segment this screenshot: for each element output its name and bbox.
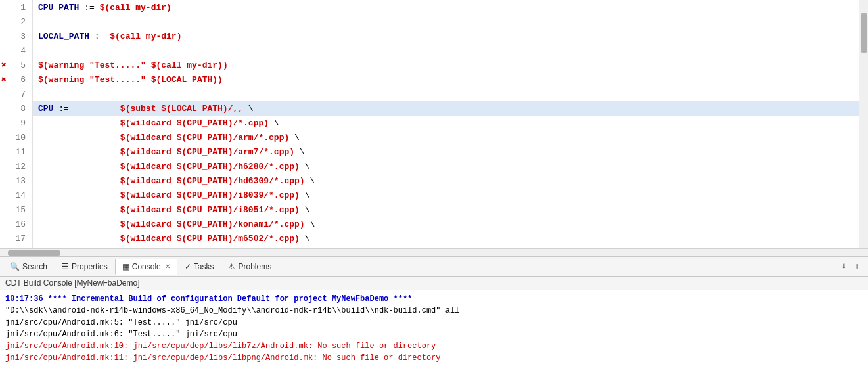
gutter-row-10: 10 [0,130,32,145]
gutter-row-16: 16 [0,217,32,231]
token [38,118,120,128]
code-line-3: LOCAL_PATH := $(call my-dir) [33,29,859,43]
code-line-17: $(wildcard $(CPU_PATH)/m6502/*.cpp) \ [33,231,859,246]
token [38,190,120,200]
tab-console[interactable]: ▦Console✕ [115,259,177,275]
line-number: 3 [20,32,30,41]
console-title: CDT Build Console [MyNewFbaDemo] [0,277,868,290]
tasks-tab-icon: ✓ [185,262,191,271]
token: $(wildcard $(CPU_PATH)/i8039/*.cpp) [120,190,300,200]
console-tab-icon: ▦ [122,262,129,271]
token [146,75,151,85]
tasks-tab-label: Tasks [194,262,214,271]
line-number: 12 [15,162,30,171]
token [38,234,120,244]
line-number: 13 [15,176,30,186]
token: $(wildcard $(CPU_PATH)/*.cpp) [120,118,269,128]
line-number: 15 [15,205,30,215]
vertical-scrollbar[interactable] [859,0,868,248]
gutter-row-11: 11 [0,145,32,159]
line-gutter: 1234✖5✖67891011121314151617 [0,0,33,248]
console-output[interactable]: 10:17:36 **** Incremental Build of confi… [0,290,868,381]
token [38,219,120,229]
console-tab-close[interactable]: ✕ [165,263,170,270]
line-number: 16 [15,219,30,229]
code-line-1: CPU_PATH := $(call my-dir) [33,0,859,14]
code-line-11: $(wildcard $(CPU_PATH)/arm7/*.cpp) \ [33,145,859,159]
token: \ [300,234,310,244]
gutter-row-17: 17 [0,231,32,246]
scrollbar-thumb[interactable] [861,13,867,53]
token: "Test....." [89,75,146,85]
code-line-15: $(wildcard $(CPU_PATH)/i8051/*.cpp) \ [33,202,859,217]
code-line-2 [33,14,859,29]
line-number: 4 [20,46,30,56]
token: \ [300,205,310,215]
gutter-row-12: 12 [0,159,32,173]
token: \ [294,147,305,157]
token: $(wildcard $(CPU_PATH)/konami/*.cpp) [120,219,305,229]
properties-tab-label: Properties [72,262,108,271]
token: := [53,104,120,114]
tab-toolbar: ⬇ ⬆ [838,259,863,273]
tab-search[interactable]: 🔍Search [3,259,55,275]
search-tab-label: Search [22,262,47,271]
h-scrollbar-thumb[interactable] [8,250,60,256]
console-tab-label: Console [132,262,161,271]
token [84,60,89,70]
line-number: 6 [20,75,30,85]
token: $(wildcard $(CPU_PATH)/arm7/*.cpp) [120,147,294,157]
token: := [89,32,110,41]
error-icon: ✖ [1,60,7,70]
code-line-7 [33,87,859,101]
code-line-5: $(warning "Test....." $(call my-dir)) [33,58,859,72]
token [38,176,120,186]
tab-properties[interactable]: ☰Properties [55,259,115,275]
tab-tasks[interactable]: ✓Tasks [177,259,221,275]
token: \ [305,176,315,186]
token: $(wildcard $(CPU_PATH)/i8051/*.cpp) [120,205,300,215]
code-content[interactable]: CPU_PATH := $(call my-dir)LOCAL_PATH := … [33,0,859,248]
token: "Test....." [89,60,146,70]
code-line-6: $(warning "Test....." $(LOCAL_PATH)) [33,72,859,87]
token: \ [300,162,310,171]
console-line: jni/src/cpu/Android.mk:10: jni/src/cpu/d… [5,340,863,352]
code-line-16: $(wildcard $(CPU_PATH)/konami/*.cpp) \ [33,217,859,231]
token [38,133,120,143]
token: \ [300,190,310,200]
console-line: jni/src/cpu/Android.mk:5: "Test....." jn… [5,317,863,328]
gutter-row-4: 4 [0,43,32,58]
error-icon: ✖ [1,74,7,85]
gutter-row-14: 14 [0,188,32,202]
gutter-row-15: 15 [0,202,32,217]
code-line-12: $(wildcard $(CPU_PATH)/h6280/*.cpp) \ [33,159,859,173]
search-tab-icon: 🔍 [10,262,20,271]
line-number: 5 [20,60,30,70]
bottom-tabs-bar: 🔍Search☰Properties▦Console✕✓Tasks⚠Proble… [0,256,868,276]
token: $(warning [38,60,84,70]
token: $(wildcard $(CPU_PATH)/hd6309/*.cpp) [120,176,305,186]
token: $(subst $(LOCAL_PATH)/,, [120,104,243,114]
scroll-down-btn[interactable]: ⬇ [838,259,849,273]
token: $(call my-dir) [100,3,171,12]
horizontal-scrollbar[interactable] [0,248,868,256]
token: $(call my-dir)) [151,60,228,70]
token: := [79,3,99,12]
line-number: 7 [20,89,30,99]
token: CPU [38,104,53,114]
properties-tab-icon: ☰ [62,262,69,271]
token: $(call my-dir) [110,32,181,41]
line-number: 9 [20,118,30,128]
tab-problems[interactable]: ⚠Problems [221,259,279,275]
token: \ [305,219,315,229]
token: \ [269,118,279,128]
scroll-up-btn[interactable]: ⬆ [852,259,863,273]
code-line-13: $(wildcard $(CPU_PATH)/hd6309/*.cpp) \ [33,173,859,188]
code-line-4 [33,43,859,58]
gutter-row-5: ✖5 [0,58,32,72]
gutter-row-7: 7 [0,87,32,101]
token: CPU_PATH [38,3,79,12]
code-line-10: $(wildcard $(CPU_PATH)/arm/*.cpp) \ [33,130,859,145]
token: $(LOCAL_PATH)) [151,75,223,85]
line-number: 14 [15,190,30,200]
